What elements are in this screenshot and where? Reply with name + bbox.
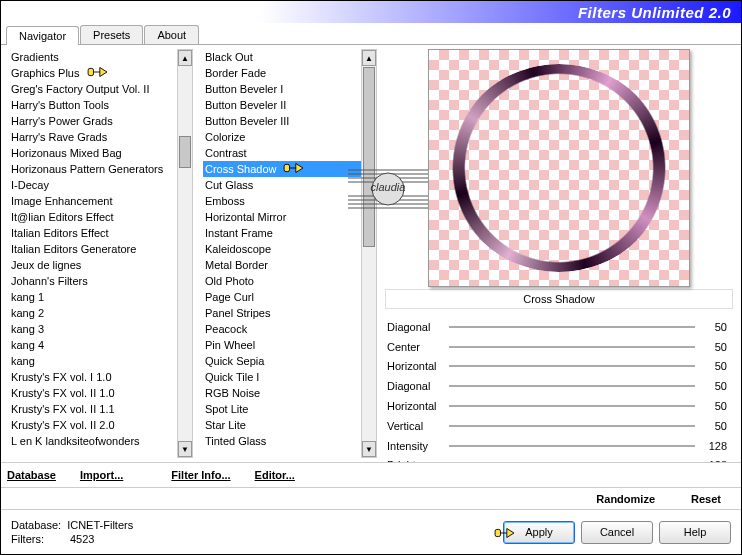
app-title: Filters Unlimited 2.0	[578, 4, 731, 21]
list-item[interactable]: RGB Noise	[203, 385, 361, 401]
param-slider[interactable]	[449, 346, 695, 348]
param-label: Diagonal	[383, 380, 443, 392]
param-value: 50	[701, 360, 727, 372]
param-value: 50	[701, 341, 727, 353]
param-row: Intensity128	[383, 436, 727, 456]
cancel-button[interactable]: Cancel	[581, 521, 653, 544]
filter-info-button[interactable]: Filter Info...	[167, 467, 234, 483]
pointer-icon	[283, 161, 305, 177]
list-item[interactable]: Instant Frame	[203, 225, 361, 241]
list-item[interactable]: Krusty's FX vol. II 1.1	[9, 401, 177, 417]
randomize-button[interactable]: Randomize	[592, 491, 659, 507]
list-item[interactable]: Border Fade	[203, 65, 361, 81]
param-row: Center50	[383, 337, 727, 357]
list-item[interactable]: Harry's Power Grads	[9, 113, 177, 129]
param-label: Vertical	[383, 420, 443, 432]
list-item[interactable]: Star Lite	[203, 417, 361, 433]
param-row: Horizontal50	[383, 357, 727, 377]
list-item[interactable]: Gradients	[9, 49, 177, 65]
scroll-down-icon[interactable]: ▼	[362, 441, 376, 457]
scroll-thumb[interactable]	[363, 67, 375, 247]
tab-presets[interactable]: Presets	[80, 25, 143, 44]
list-item[interactable]: Image Enhancement	[9, 193, 177, 209]
list-item[interactable]: Graphics Plus	[9, 65, 177, 81]
editor-button[interactable]: Editor...	[251, 467, 299, 483]
category-list[interactable]: GradientsGraphics PlusGreg's Factory Out…	[7, 49, 177, 458]
scrollbar[interactable]: ▲ ▼	[361, 49, 377, 458]
scrollbar[interactable]: ▲ ▼	[177, 49, 193, 458]
list-item[interactable]: Peacock	[203, 321, 361, 337]
scroll-up-icon[interactable]: ▲	[362, 50, 376, 66]
apply-button[interactable]: Apply	[503, 521, 575, 544]
list-item[interactable]: Emboss	[203, 193, 361, 209]
import-button[interactable]: Import...	[76, 467, 127, 483]
param-slider[interactable]	[449, 326, 695, 328]
param-value: 50	[701, 400, 727, 412]
reset-button[interactable]: Reset	[687, 491, 725, 507]
list-item[interactable]: Greg's Factory Output Vol. II	[9, 81, 177, 97]
list-item[interactable]: Panel Stripes	[203, 305, 361, 321]
list-item[interactable]: L en K landksiteofwonders	[9, 433, 177, 449]
list-item[interactable]: kang 4	[9, 337, 177, 353]
param-slider[interactable]	[449, 445, 695, 447]
param-label: Horizontal	[383, 360, 443, 372]
list-item[interactable]: Quick Tile I	[203, 369, 361, 385]
tab-navigator[interactable]: Navigator	[6, 26, 79, 45]
list-item[interactable]: Johann's Filters	[9, 273, 177, 289]
list-item[interactable]: Horizonaus Mixed Bag	[9, 145, 177, 161]
list-item[interactable]: I-Decay	[9, 177, 177, 193]
list-item[interactable]: kang 3	[9, 321, 177, 337]
list-item[interactable]: Krusty's FX vol. I 1.0	[9, 369, 177, 385]
list-item[interactable]: Harry's Rave Grads	[9, 129, 177, 145]
help-button[interactable]: Help	[659, 521, 731, 544]
list-item[interactable]: kang 1	[9, 289, 177, 305]
param-label: Intensity	[383, 440, 443, 452]
list-item[interactable]: Krusty's FX vol. II 2.0	[9, 417, 177, 433]
param-value: 50	[701, 420, 727, 432]
param-slider[interactable]	[449, 425, 695, 427]
scroll-thumb[interactable]	[179, 136, 191, 168]
list-item[interactable]: Button Beveler III	[203, 113, 361, 129]
list-item[interactable]: Metal Border	[203, 257, 361, 273]
tab-about[interactable]: About	[144, 25, 199, 44]
param-slider[interactable]	[449, 365, 695, 367]
scroll-up-icon[interactable]: ▲	[178, 50, 192, 66]
list-item[interactable]: Italian Editors Generatore	[9, 241, 177, 257]
list-item[interactable]: kang 2	[9, 305, 177, 321]
list-item[interactable]: Quick Sepia	[203, 353, 361, 369]
database-info: Database:ICNET-Filters Filters:4523	[11, 518, 497, 546]
list-item[interactable]: Tinted Glass	[203, 433, 361, 449]
filter-list[interactable]: Black OutBorder FadeButton Beveler IButt…	[201, 49, 361, 458]
param-label: Diagonal	[383, 321, 443, 333]
list-item[interactable]: Page Curl	[203, 289, 361, 305]
list-item[interactable]: Contrast	[203, 145, 361, 161]
list-item[interactable]: Horizontal Mirror	[203, 209, 361, 225]
list-item[interactable]: kang	[9, 353, 177, 369]
svg-rect-0	[88, 68, 93, 75]
param-slider[interactable]	[449, 405, 695, 407]
list-item[interactable]: Jeux de lignes	[9, 257, 177, 273]
list-item[interactable]: Old Photo	[203, 273, 361, 289]
list-item[interactable]: Kaleidoscope	[203, 241, 361, 257]
list-item[interactable]: Button Beveler II	[203, 97, 361, 113]
scroll-down-icon[interactable]: ▼	[178, 441, 192, 457]
list-item[interactable]: Horizonaus Pattern Generators	[9, 161, 177, 177]
parameters: Diagonal50Center50Horizontal50Diagonal50…	[383, 317, 735, 462]
list-item[interactable]: Harry's Button Tools	[9, 97, 177, 113]
list-item[interactable]: Krusty's FX vol. II 1.0	[9, 385, 177, 401]
selected-filter-name: Cross Shadow	[385, 289, 733, 309]
pointer-icon	[87, 65, 109, 81]
list-item[interactable]: It@lian Editors Effect	[9, 209, 177, 225]
list-item[interactable]: Colorize	[203, 129, 361, 145]
list-item[interactable]: Cross Shadow	[203, 161, 361, 177]
list-item[interactable]: Button Beveler I	[203, 81, 361, 97]
pointer-icon	[494, 524, 516, 542]
list-item[interactable]: Spot Lite	[203, 401, 361, 417]
list-item[interactable]: Italian Editors Effect	[9, 225, 177, 241]
list-item[interactable]: Black Out	[203, 49, 361, 65]
param-slider[interactable]	[449, 385, 695, 387]
list-item[interactable]: Pin Wheel	[203, 337, 361, 353]
tabs: Navigator Presets About	[1, 23, 741, 45]
database-button[interactable]: Database	[3, 467, 60, 483]
list-item[interactable]: Cut Glass	[203, 177, 361, 193]
